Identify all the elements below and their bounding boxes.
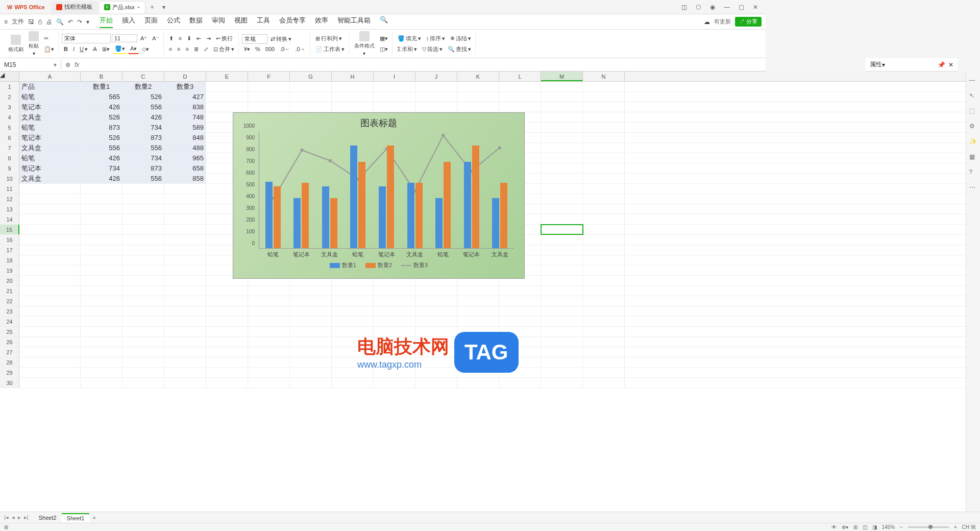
cell[interactable]: [583, 276, 625, 285]
file-menu[interactable]: 文件: [12, 17, 24, 26]
cell[interactable]: [541, 225, 583, 234]
cell[interactable]: [164, 194, 206, 204]
cell[interactable]: [164, 337, 206, 347]
cell[interactable]: 873: [122, 163, 164, 173]
convert-button[interactable]: ⇄转换▾: [268, 34, 293, 44]
cell[interactable]: [541, 255, 583, 265]
menu-icon[interactable]: ≡: [4, 18, 8, 26]
cell[interactable]: 589: [164, 123, 206, 132]
cell[interactable]: [583, 82, 625, 91]
cell[interactable]: 556: [122, 174, 164, 183]
cell[interactable]: [499, 102, 541, 112]
cell[interactable]: [122, 337, 164, 347]
col-header[interactable]: M: [541, 71, 583, 81]
cell[interactable]: [164, 357, 206, 367]
cell[interactable]: [583, 368, 625, 377]
cell[interactable]: [19, 286, 81, 296]
cell[interactable]: [290, 378, 332, 388]
cell[interactable]: [81, 327, 122, 336]
cell[interactable]: [81, 225, 122, 234]
cell[interactable]: [122, 184, 164, 194]
cell[interactable]: [541, 296, 583, 306]
cell[interactable]: [541, 327, 583, 336]
cell[interactable]: [290, 286, 332, 296]
cell[interactable]: [290, 296, 332, 306]
cell[interactable]: [19, 214, 81, 224]
avatar-icon[interactable]: ◉: [708, 4, 717, 11]
cell[interactable]: [499, 378, 541, 388]
cell[interactable]: [19, 357, 81, 367]
cell[interactable]: [457, 102, 499, 112]
cell[interactable]: [290, 306, 332, 316]
decrease-font-button[interactable]: A⁻: [150, 34, 161, 43]
cell[interactable]: [541, 337, 583, 347]
strike-button[interactable]: A̶: [91, 45, 99, 54]
row-header[interactable]: 26: [0, 337, 19, 347]
cell[interactable]: [164, 276, 206, 285]
cell[interactable]: [164, 245, 206, 255]
align-top-button[interactable]: ⬆: [167, 34, 176, 43]
cell[interactable]: [499, 317, 541, 326]
cell[interactable]: [290, 337, 332, 347]
cell[interactable]: [541, 266, 583, 275]
cell[interactable]: [583, 184, 625, 194]
align-left-button[interactable]: ≡: [167, 45, 174, 53]
cell[interactable]: [206, 327, 248, 336]
cell[interactable]: [19, 276, 81, 285]
cell[interactable]: [81, 317, 122, 326]
cell[interactable]: 748: [164, 112, 206, 122]
cell[interactable]: [19, 266, 81, 275]
cell[interactable]: [374, 306, 415, 316]
cell[interactable]: [332, 286, 374, 296]
cell[interactable]: [583, 296, 625, 306]
cell[interactable]: [541, 317, 583, 326]
cell[interactable]: [290, 317, 332, 326]
cell[interactable]: [122, 286, 164, 296]
cell[interactable]: [81, 276, 122, 285]
row-header[interactable]: 22: [0, 296, 19, 306]
cell[interactable]: [583, 163, 625, 173]
formula-input[interactable]: [83, 64, 766, 66]
cell[interactable]: 铅笔: [19, 123, 81, 132]
maximize-button[interactable]: ▢: [737, 4, 745, 11]
italic-button[interactable]: I: [71, 45, 77, 53]
cell[interactable]: [374, 378, 415, 388]
cell[interactable]: [19, 317, 81, 326]
cell[interactable]: [415, 102, 457, 112]
cell[interactable]: 556: [122, 143, 164, 153]
cell[interactable]: 笔记本: [19, 133, 81, 142]
redo-button[interactable]: ↷: [77, 18, 82, 26]
row-header[interactable]: 20: [0, 276, 19, 285]
cell[interactable]: [81, 306, 122, 316]
cell[interactable]: [457, 82, 499, 91]
cube-icon[interactable]: ⬡: [694, 4, 702, 11]
cell[interactable]: [541, 347, 583, 357]
border-button[interactable]: ⊞▾: [100, 45, 112, 54]
cell[interactable]: [290, 92, 332, 102]
cell[interactable]: [332, 92, 374, 102]
cell[interactable]: [332, 102, 374, 112]
cell[interactable]: [19, 184, 81, 194]
align-right-button[interactable]: ≡: [184, 45, 191, 53]
cell[interactable]: [374, 82, 415, 91]
fx-button[interactable]: fx: [75, 61, 79, 68]
cell[interactable]: [583, 317, 625, 326]
cell-style-button[interactable]: ◫▾: [378, 45, 390, 54]
col-header[interactable]: H: [332, 71, 374, 81]
cell[interactable]: [499, 296, 541, 306]
row-header[interactable]: 6: [0, 133, 19, 142]
underline-button[interactable]: U▾: [78, 45, 90, 54]
orientation-button[interactable]: ⤢: [202, 45, 210, 54]
cell[interactable]: [583, 235, 625, 245]
row-header[interactable]: 28: [0, 357, 19, 367]
cell[interactable]: [499, 82, 541, 91]
cell[interactable]: [415, 378, 457, 388]
tab-data[interactable]: 数据: [189, 16, 203, 28]
cell[interactable]: [81, 347, 122, 357]
cell[interactable]: [541, 102, 583, 112]
cell[interactable]: [457, 378, 499, 388]
cell[interactable]: 铅笔: [19, 153, 81, 163]
cell[interactable]: 数量2: [122, 82, 164, 91]
cut-button[interactable]: ✂: [42, 34, 56, 43]
cell[interactable]: 734: [122, 153, 164, 163]
